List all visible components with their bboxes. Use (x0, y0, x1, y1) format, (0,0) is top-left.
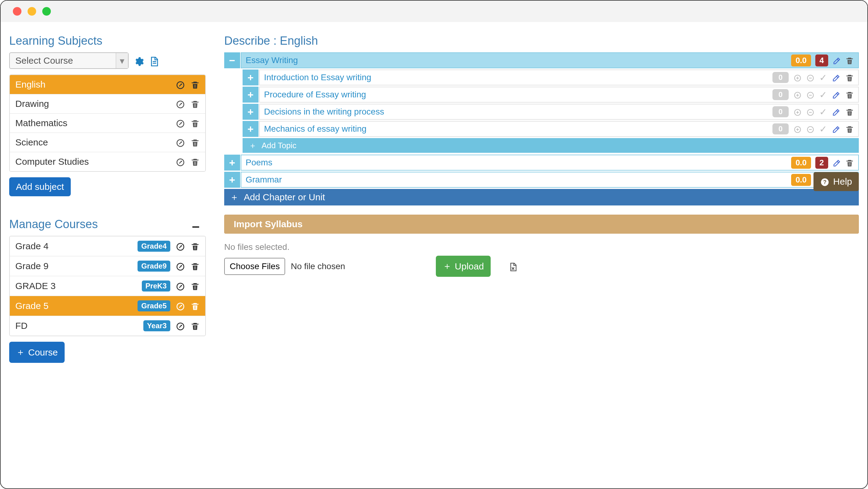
check-icon[interactable]: ✓ (819, 72, 827, 83)
circle-plus-icon[interactable] (794, 124, 802, 134)
edit-icon[interactable] (176, 281, 185, 291)
add-subject-button[interactable]: Add subject (9, 177, 71, 196)
trash-icon[interactable] (190, 118, 200, 128)
edit-icon[interactable] (176, 118, 185, 128)
expand-icon[interactable]: + (224, 155, 240, 170)
expand-icon[interactable]: + (243, 69, 258, 86)
trash-icon[interactable] (845, 72, 854, 83)
trash-icon[interactable] (845, 90, 854, 99)
chapter-name[interactable]: Grammar (246, 175, 282, 185)
subject-item[interactable]: Mathematics (10, 113, 205, 133)
course-list: Grade 4Grade4Grade 9Grade9GRADE 3PreK3Gr… (9, 236, 206, 336)
edit-icon[interactable] (833, 56, 841, 65)
subject-item[interactable]: Science (10, 133, 205, 152)
choose-files-button[interactable]: Choose Files (224, 258, 285, 275)
chapter-name[interactable]: Poems (246, 158, 272, 167)
plus-icon: ＋ (442, 260, 452, 272)
learning-subjects-title: Learning Subjects (9, 34, 206, 47)
edit-icon[interactable] (832, 107, 840, 117)
subject-item[interactable]: Computer Studies (10, 152, 205, 171)
collapse-courses-icon[interactable]: − (192, 219, 206, 234)
document-icon[interactable] (149, 55, 159, 66)
spreadsheet-icon[interactable] (508, 261, 518, 271)
trash-icon[interactable] (190, 321, 200, 331)
subject-item[interactable]: English (10, 75, 205, 94)
expand-icon[interactable]: + (224, 172, 240, 188)
trash-icon[interactable] (190, 157, 200, 167)
add-course-button[interactable]: ＋ Course (9, 342, 65, 363)
trash-icon[interactable] (190, 241, 200, 251)
edit-icon[interactable] (832, 72, 840, 83)
course-item[interactable]: Grade 4Grade4 (10, 236, 205, 256)
circle-minus-icon[interactable] (806, 107, 814, 117)
expand-icon[interactable]: + (243, 87, 258, 103)
trash-icon[interactable] (190, 281, 200, 291)
edit-icon[interactable] (176, 79, 185, 90)
svg-text:?: ? (823, 179, 827, 185)
topic-count: 0 (772, 72, 789, 83)
course-item[interactable]: GRADE 3PreK3 (10, 276, 205, 296)
trash-icon[interactable] (190, 79, 200, 90)
topic-name[interactable]: Decisions in the writing process (264, 107, 384, 117)
expand-icon[interactable]: + (243, 104, 258, 120)
circle-minus-icon[interactable] (806, 73, 814, 83)
trash-icon[interactable] (190, 261, 200, 271)
manage-courses-title: Manage Courses (9, 218, 98, 231)
minimize-window-button[interactable] (28, 7, 36, 15)
trash-icon[interactable] (845, 107, 854, 117)
chapter-count: 2 (815, 157, 828, 169)
edit-icon[interactable] (176, 261, 185, 271)
trash-icon[interactable] (190, 99, 200, 109)
trash-icon[interactable] (190, 137, 200, 148)
gear-icon[interactable] (133, 55, 144, 66)
edit-icon[interactable] (176, 137, 185, 148)
select-course-dropdown[interactable]: Select Course ▾ (9, 52, 129, 69)
trash-icon[interactable] (845, 158, 854, 167)
topic-row: +Mechanics of essay writing0✓ (224, 121, 859, 137)
edit-icon[interactable] (832, 90, 840, 99)
edit-icon[interactable] (176, 99, 185, 109)
check-icon[interactable]: ✓ (819, 124, 827, 134)
course-item[interactable]: Grade 9Grade9 (10, 256, 205, 276)
upload-button[interactable]: ＋Upload (436, 256, 491, 277)
circle-plus-icon[interactable] (794, 107, 802, 117)
circle-minus-icon[interactable] (806, 124, 814, 134)
circle-plus-icon[interactable] (794, 73, 802, 83)
topic-count: 0 (772, 89, 789, 100)
edit-icon[interactable] (176, 157, 185, 167)
topic-row: +Procedure of Essay writing0✓ (224, 87, 859, 103)
subject-name: Mathematics (15, 118, 67, 128)
add-topic-button[interactable]: ＋Add Topic (243, 138, 859, 153)
chapter-row: −Essay Writing0.04 (224, 52, 859, 68)
subject-item[interactable]: Drawing (10, 94, 205, 113)
trash-icon[interactable] (845, 56, 854, 65)
close-window-button[interactable] (13, 7, 22, 15)
add-chapter-button[interactable]: ＋ Add Chapter or Unit (224, 189, 859, 205)
dropdown-caret-icon: ▾ (116, 53, 128, 68)
trash-icon[interactable] (190, 301, 200, 311)
chapter-name[interactable]: Essay Writing (246, 56, 298, 65)
topic-name[interactable]: Procedure of Essay writing (264, 90, 366, 99)
circle-minus-icon[interactable] (806, 90, 814, 99)
maximize-window-button[interactable] (42, 7, 51, 15)
edit-icon[interactable] (833, 158, 841, 167)
edit-icon[interactable] (176, 301, 185, 311)
collapse-icon[interactable]: − (224, 52, 240, 68)
help-icon: ? (820, 176, 829, 187)
help-button[interactable]: ? Help (813, 172, 859, 191)
topic-name[interactable]: Mechanics of essay writing (264, 124, 367, 134)
topic-name[interactable]: Introduction to Essay writing (264, 72, 371, 83)
plus-icon: ＋ (249, 140, 257, 151)
check-icon[interactable]: ✓ (819, 106, 827, 117)
check-icon[interactable]: ✓ (819, 89, 827, 100)
circle-plus-icon[interactable] (794, 90, 802, 99)
edit-icon[interactable] (832, 124, 840, 134)
topic-count: 0 (772, 123, 789, 134)
trash-icon[interactable] (845, 124, 854, 134)
course-item[interactable]: FDYear3 (10, 316, 205, 335)
expand-icon[interactable]: + (243, 121, 258, 137)
edit-icon[interactable] (176, 321, 185, 331)
course-item[interactable]: Grade 5Grade5 (10, 296, 205, 316)
course-badge: PreK3 (142, 281, 170, 292)
edit-icon[interactable] (176, 241, 185, 251)
